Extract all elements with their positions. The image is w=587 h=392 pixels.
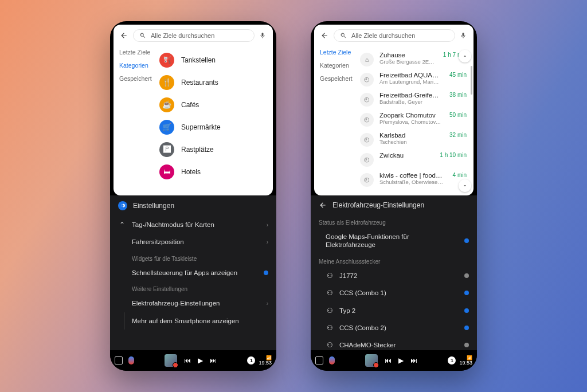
prev-track-icon[interactable]: ⏮ [184, 356, 191, 364]
play-icon[interactable]: ▶ [198, 356, 203, 364]
row-seat[interactable]: Fahrersitzposition › [118, 233, 268, 250]
plug-icon: ⚇ [326, 324, 334, 332]
category-icon: 🛒 [159, 120, 174, 135]
destination-eta: 45 min [447, 72, 469, 78]
app-grid-icon[interactable] [115, 356, 123, 364]
category-label: Rastplätze [181, 146, 214, 154]
app-grid-icon[interactable] [315, 356, 323, 364]
category-item[interactable]: 🍴 Restaurants [158, 71, 269, 93]
tab-column: Letzte Ziele Kategorien Gespeichert [314, 46, 357, 195]
clock-icon: ◴ [360, 133, 374, 147]
destination-item[interactable]: ◴ kiwis - coffee | food… Schulstraße, Ob… [359, 169, 470, 189]
category-label: Hotels [181, 168, 201, 176]
next-track-icon[interactable]: ⏭ [210, 356, 217, 364]
plug-row[interactable]: ⚇ Typ 2 [319, 302, 469, 319]
row-ev-settings[interactable]: Elektrofahrzeug-Einstellungen › [118, 295, 268, 312]
scrollbar[interactable] [471, 66, 472, 176]
android-auto-navbar: ⏮ ▶ ⏭ 1 📶 19:53 [110, 350, 276, 371]
media-album-icon[interactable] [165, 354, 177, 367]
search-icon [340, 32, 347, 39]
destination-item[interactable]: ◴ Freizeitbad-Greifen… Badstraße, Geyer … [359, 89, 470, 109]
clock-icon: ◴ [360, 113, 374, 127]
plug-row[interactable]: ⚇ CHAdeMO-Stecker [319, 336, 469, 350]
search-bar: Alle Ziele durchsuchen [114, 25, 273, 46]
search-bar: Alle Ziele durchsuchen [314, 25, 473, 46]
category-icon: ☕ [159, 97, 174, 112]
media-album-icon[interactable] [365, 354, 378, 367]
next-track-icon[interactable]: ⏭ [410, 356, 417, 364]
chevron-right-icon: › [267, 222, 268, 228]
tab-saved[interactable]: Gespeichert [119, 75, 156, 82]
settings-panel: Einstellungen ⌃ Tag-/Nachtmodus für Kart… [110, 195, 276, 350]
toggle-dot-on [264, 271, 268, 275]
notification-badge[interactable]: 1 [448, 356, 456, 364]
tab-recent[interactable]: Letzte Ziele [119, 49, 156, 56]
assistant-icon[interactable] [329, 356, 335, 364]
destination-item[interactable]: ◴ Freizeitbad AQUA… Am Lautengrund, Mari… [359, 69, 470, 89]
tabs-and-list: Letzte Ziele Kategorien Gespeichert ⛽ Ta… [114, 46, 273, 195]
tab-categories[interactable]: Kategorien [119, 62, 156, 69]
category-label: Cafés [181, 101, 199, 109]
plug-label: J1772 [339, 272, 459, 280]
destination-title: Freizeitbad-Greifen… [379, 92, 441, 99]
tab-saved[interactable]: Gespeichert [320, 75, 357, 82]
plug-row[interactable]: ⚇ J1772 [319, 267, 469, 284]
plug-icon: ⚇ [326, 307, 334, 315]
plug-label: CCS (Combo 1) [339, 289, 459, 297]
row-quickcontrol[interactable]: Schnellsteuerung für Apps anzeigen [118, 264, 268, 281]
search-icon [139, 32, 146, 39]
notification-badge[interactable]: 1 [247, 356, 255, 364]
gear-icon [118, 201, 127, 210]
scroll-down-button[interactable] [459, 179, 471, 192]
clock-icon: ◴ [360, 93, 374, 107]
category-list: ⛽ Tankstellen🍴 Restaurants☕ Cafés🛒 Super… [156, 46, 273, 195]
plug-row[interactable]: ⚇ CCS (Combo 1) [319, 284, 469, 301]
destination-item[interactable]: ⌂ Zuhause Große Biergasse 2E, 08056 Z… 1… [359, 49, 470, 69]
plug-label: CCS (Combo 2) [339, 324, 459, 332]
destination-title: Freizeitbad AQUA… [379, 72, 441, 79]
plug-icon: ⚇ [326, 272, 334, 280]
row-more-phone[interactable]: Mehr auf dem Smartphone anzeigen [118, 312, 268, 330]
home-icon: ⌂ [360, 53, 374, 66]
category-icon: 🍴 [159, 75, 174, 90]
destination-subtitle: Tschechien [379, 139, 441, 145]
ev-settings-panel: Elektrofahrzeug-Einstellungen Status als… [311, 195, 477, 350]
row-ev-functions[interactable]: Google Maps-Funktionen für Elektrofahrze… [319, 228, 469, 254]
search-input[interactable]: Alle Ziele durchsuchen [133, 29, 255, 42]
back-icon[interactable] [320, 31, 329, 40]
plug-label: Typ 2 [339, 307, 459, 315]
panel-header: Elektrofahrzeug-Einstellungen [319, 201, 469, 215]
prev-track-icon[interactable]: ⏮ [385, 356, 392, 364]
category-item[interactable]: 🅿 Rastplätze [158, 138, 269, 160]
clock-label: 19:53 [459, 360, 472, 366]
search-placeholder: Alle Ziele durchsuchen [151, 32, 214, 39]
destination-eta: 1 h 10 min [437, 152, 469, 158]
plug-row[interactable]: ⚇ CCS (Combo 2) [319, 319, 469, 336]
category-item[interactable]: 🛒 Supermärkte [158, 116, 269, 138]
category-item[interactable]: 🛏 Hotels [158, 160, 269, 183]
destination-subtitle: Große Biergasse 2E, 08056 Z… [379, 58, 435, 65]
mic-icon[interactable] [259, 32, 267, 40]
plug-icon: ⚇ [326, 341, 334, 349]
assistant-icon[interactable] [128, 356, 134, 364]
back-icon[interactable] [319, 201, 327, 209]
back-icon[interactable] [119, 31, 128, 40]
tab-recent[interactable]: Letzte Ziele [320, 49, 357, 56]
mic-icon[interactable] [460, 32, 468, 40]
category-item[interactable]: ☕ Cafés [158, 93, 269, 116]
play-icon[interactable]: ▶ [398, 356, 404, 364]
toggle-dot-on [464, 291, 469, 295]
destination-item[interactable]: ◴ Zoopark Chomutov Přemyslova, Chomutov,… [359, 109, 470, 129]
destination-title: Zwickau [379, 152, 432, 159]
chevron-right-icon: › [267, 300, 268, 307]
scroll-up-button[interactable] [459, 50, 471, 62]
row-daynight[interactable]: ⌃ Tag-/Nachtmodus für Karten › [118, 216, 268, 233]
section-widgets: Widgets für die Taskleiste [118, 251, 268, 264]
destination-eta: 50 min [447, 112, 469, 118]
destination-item[interactable]: ◴ Karlsbad Tschechien 32 min [359, 129, 470, 149]
destination-title: Zuhause [379, 52, 435, 58]
category-item[interactable]: ⛽ Tankstellen [158, 49, 269, 71]
search-input[interactable]: Alle Ziele durchsuchen [334, 29, 455, 42]
destination-item[interactable]: ◴ Zwickau 1 h 10 min [359, 149, 470, 169]
tab-categories[interactable]: Kategorien [320, 62, 357, 69]
